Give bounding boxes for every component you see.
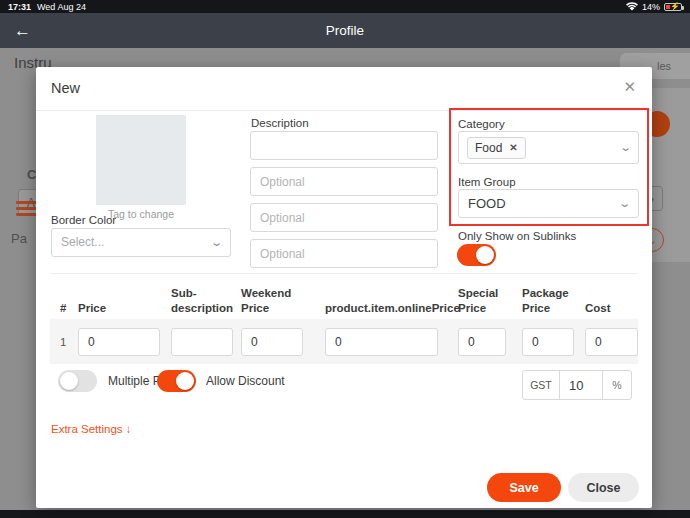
allow-discount-toggle[interactable]	[157, 370, 196, 392]
gst-percent-suffix: %	[602, 371, 631, 399]
online-price-input[interactable]	[325, 328, 438, 356]
weekend-price-input[interactable]	[241, 328, 303, 356]
col-header-weekend-price: Weekend Price	[241, 286, 297, 317]
status-time-date: 17:31Wed Aug 24	[8, 2, 86, 12]
cost-input[interactable]	[585, 328, 638, 356]
category-chip: Food ✕	[467, 137, 526, 159]
border-color-label: Border Color	[51, 214, 116, 226]
col-header-online-price: product.item.onlinePrice	[325, 301, 460, 317]
backdrop-fragment-c: C	[27, 167, 36, 182]
col-header-special-price: Special Price	[458, 286, 508, 317]
sublinks-toggle[interactable]	[457, 244, 496, 266]
item-image-placeholder[interactable]	[96, 115, 186, 205]
multiple-price-toggle[interactable]	[58, 370, 97, 392]
status-bar: 17:31Wed Aug 24 14% ⚡	[0, 0, 690, 13]
close-button[interactable]: Close	[568, 473, 639, 502]
category-chip-label: Food	[475, 141, 502, 155]
status-date: Wed Aug 24	[37, 2, 86, 12]
package-price-input[interactable]	[522, 328, 574, 356]
gst-input-group: GST 10 %	[522, 370, 632, 400]
gst-label: GST	[523, 371, 560, 399]
row-index: 1	[60, 328, 66, 356]
price-input[interactable]	[78, 328, 160, 356]
description-optional-input-2[interactable]	[250, 203, 438, 232]
backdrop-bottom-strip	[0, 510, 690, 518]
screen: 17:31Wed Aug 24 14% ⚡ Profile ← Instru l…	[0, 0, 690, 518]
modal-header-divider	[36, 110, 652, 111]
item-group-value: FOOD	[468, 190, 506, 217]
description-input[interactable]	[250, 131, 438, 160]
backdrop-menu-icon	[16, 201, 38, 219]
battery-icon: ⚡	[664, 3, 682, 11]
new-item-modal: New ✕ Tag to change Border Color Select.…	[36, 67, 652, 508]
category-multiselect[interactable]: Food ✕ ⌄	[458, 131, 639, 164]
description-optional-input-3[interactable]	[250, 239, 438, 268]
description-optional-input-1[interactable]	[250, 167, 438, 196]
gst-value[interactable]: 10	[560, 371, 602, 399]
page-title: Profile	[0, 23, 690, 38]
special-price-input[interactable]	[458, 328, 506, 356]
status-time: 17:31	[8, 2, 31, 12]
border-color-select[interactable]: Select... ⌄	[51, 228, 231, 257]
nav-bar: Profile ←	[0, 13, 690, 48]
item-group-label: Item Group	[458, 176, 516, 188]
col-header-sub-description: Sub-description	[171, 286, 243, 317]
sublinks-toggle-label: Only Show on Sublinks	[458, 230, 576, 242]
save-button[interactable]: Save	[487, 473, 561, 502]
border-color-placeholder: Select...	[61, 229, 104, 256]
wifi-icon	[626, 2, 638, 11]
col-header-price: Price	[78, 301, 106, 317]
col-header-package-price: Package Price	[522, 286, 578, 317]
backdrop-fragment-pa: Pa	[11, 231, 27, 246]
chevron-down-icon: ⌄	[618, 190, 631, 217]
category-label: Category	[458, 118, 505, 130]
item-group-select[interactable]: FOOD ⌄	[458, 189, 639, 218]
chevron-down-icon: ⌄	[210, 229, 223, 256]
battery-percent: 14%	[642, 2, 660, 12]
modal-title: New	[51, 80, 80, 96]
close-icon[interactable]: ✕	[623, 78, 636, 96]
price-table-header: # Price Sub-description Weekend Price pr…	[36, 283, 652, 317]
extra-settings-link[interactable]: Extra Settings ↓	[51, 423, 132, 435]
col-header-index: #	[60, 301, 66, 317]
sub-description-input[interactable]	[171, 328, 233, 356]
allow-discount-label: Allow Discount	[206, 370, 285, 392]
section-divider	[50, 273, 638, 274]
col-header-cost: Cost	[585, 301, 611, 317]
chevron-down-icon: ⌄	[619, 141, 632, 154]
chip-remove-icon[interactable]: ✕	[509, 142, 517, 153]
description-label: Description	[251, 117, 309, 129]
